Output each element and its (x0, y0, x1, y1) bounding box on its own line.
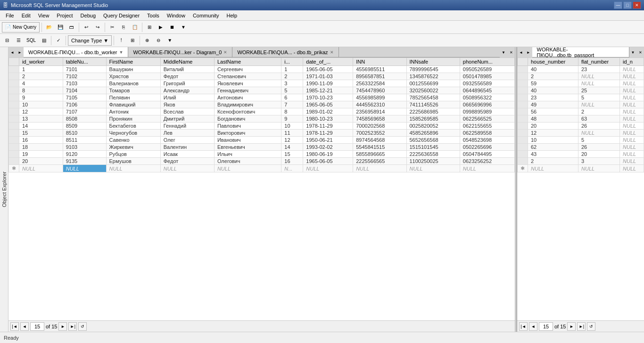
save-button[interactable]: 💾 (55, 22, 66, 33)
table-row[interactable]: 189103ЖиркевичВалентинЕвгеньевич141993-0… (9, 144, 515, 151)
table-row[interactable]: 59NULLNULL (518, 80, 644, 87)
tab-worker-close[interactable]: ▼ (119, 50, 124, 55)
menu-file[interactable]: File (2, 10, 18, 20)
table-row[interactable]: 87104ТомаровАлександрГеннадиевич51985-12… (9, 87, 515, 94)
grid-view-button[interactable]: ⊞ (127, 35, 138, 46)
col-lastname[interactable]: LastName (214, 58, 281, 66)
nav-first-button[interactable]: |◄ (10, 322, 19, 331)
table-row[interactable]: 105NULL (518, 137, 644, 144)
tab-diagram[interactable]: WORKABLE-ПК\QU...ker - Diagram_0 ✕ (128, 47, 232, 57)
new-query-button[interactable]: 📄 New Query (2, 22, 40, 33)
right-tab-passport[interactable]: WORKABLE-ПК\QU...dbo.tb_passport (532, 47, 629, 57)
table-row[interactable]: 23NULL (518, 158, 644, 165)
passport-data-grid[interactable]: house_number flat_number id_n 4023NULL2N… (517, 57, 644, 320)
col-middlename[interactable]: MiddleName (160, 58, 214, 66)
table-row[interactable]: 6226NULL (518, 144, 644, 151)
change-type-button[interactable]: Change Type ▼ (68, 35, 112, 46)
right-nav-refresh[interactable]: ↺ (587, 322, 595, 331)
nav-next-button[interactable]: ► (58, 322, 67, 331)
menu-tools[interactable]: Tools (143, 10, 163, 20)
table-row[interactable]: 107106ФлавицкийЯковВладимирович71965-06-… (9, 101, 515, 108)
table-row[interactable]: 562NULL (518, 108, 644, 115)
open-file-button[interactable]: 📂 (44, 22, 54, 33)
main-data-grid[interactable]: id_worker tableNu... FirstName MiddleNam… (8, 57, 515, 320)
sql-pane-button[interactable]: SQL (25, 35, 38, 46)
undo-button[interactable]: ↩ (81, 22, 91, 33)
col-phone[interactable]: phoneNum... (460, 58, 514, 66)
table-row[interactable]: 49NULLNULL (518, 101, 644, 108)
table-row[interactable]: 138508ПронякинДмитрийБогданович91980-10-… (9, 115, 515, 122)
table-row[interactable]: 17101ВашуркинВиталийСергеевич11965-06-05… (9, 66, 515, 73)
minimize-button[interactable]: — (614, 1, 622, 9)
add-rows-button[interactable]: ⊕ (142, 35, 152, 46)
menu-query-designer[interactable]: Query Designer (99, 10, 143, 20)
col-id-worker[interactable]: id_worker (19, 58, 63, 66)
right-col-idn[interactable]: id_n (620, 58, 644, 66)
right-nav-prev[interactable]: ◄ (529, 322, 537, 331)
right-tab-scroll-right[interactable]: ► (525, 47, 532, 57)
menu-help[interactable]: Help (223, 10, 241, 20)
add-table-button[interactable]: ⊞ (144, 22, 155, 33)
tab-worker[interactable]: WORKABLE-ПК\QU... - dbo.tb_worker ▼ (24, 47, 128, 57)
right-tab-filter[interactable]: ▼ (629, 47, 637, 57)
toolbar-extra-button[interactable]: ▼ (178, 22, 189, 33)
tab-scroll-left[interactable]: ◄ (8, 47, 16, 57)
table-row[interactable]: 158510ЧерногубовЛевВикторович111978-11-2… (9, 130, 515, 137)
col-i[interactable]: i... (281, 58, 303, 66)
nav-refresh-button[interactable]: ↺ (78, 322, 87, 331)
table-row[interactable]: 4023NULL (518, 66, 644, 73)
menu-view[interactable]: View (34, 10, 53, 20)
menu-debug[interactable]: Debug (77, 10, 99, 20)
maximize-button[interactable]: □ (623, 1, 632, 9)
save-all-button[interactable]: 🗃 (66, 22, 77, 33)
right-nav-page-input[interactable] (539, 322, 553, 331)
table-row[interactable]: 47103ВалериановГригорийЯковлевич31990-11… (9, 80, 515, 87)
right-col-flat[interactable]: flat_number (578, 58, 620, 66)
table-row[interactable]: 12NULLNULL (518, 130, 644, 137)
exclamation-button[interactable]: ! (116, 35, 126, 46)
verify-button[interactable]: ✓ (53, 35, 64, 46)
right-nav-next[interactable]: ► (567, 322, 576, 331)
tab-close-button[interactable]: ✕ (507, 47, 515, 57)
menu-community[interactable]: Community (189, 10, 223, 20)
table-row[interactable]: 127107АнтоникВсеславКсенофонтович81989-0… (9, 108, 515, 115)
right-table-null-row[interactable]: ✱NULLNULLNULL (518, 165, 644, 172)
right-tab-scroll-left[interactable]: ◄ (517, 47, 525, 57)
nav-page-input[interactable] (30, 322, 44, 331)
table-row[interactable]: 27102ХрястовФедотСтепанович21971-01-0389… (9, 73, 515, 80)
tab-prikaz-close[interactable]: ✕ (330, 50, 334, 55)
table-row[interactable]: 199120РубцовИсаакИльич151980-06-19585589… (9, 151, 515, 158)
right-nav-first[interactable]: |◄ (519, 322, 528, 331)
criteria-pane-button[interactable]: ☰ (13, 35, 24, 46)
table-row[interactable]: 2NULLNULL (518, 73, 644, 80)
table-null-row[interactable]: ✱NULLNULLNULLNULLNULLN...NULLNULLNULLNUL… (9, 165, 515, 172)
right-col-house[interactable]: house_number (528, 58, 578, 66)
col-innsafe[interactable]: INNsafe (406, 58, 460, 66)
tab-diagram-close[interactable]: ✕ (223, 50, 227, 55)
table-row[interactable]: 2026NULL (518, 122, 644, 130)
right-tab-close[interactable]: ✕ (636, 47, 644, 57)
right-nav-last[interactable]: ►| (577, 322, 586, 331)
toolbar2-extra[interactable]: ▼ (165, 35, 175, 46)
table-row[interactable]: 4863NULL (518, 115, 644, 122)
nav-prev-button[interactable]: ◄ (20, 322, 29, 331)
col-firstname[interactable]: FirstName (106, 58, 160, 66)
stop-query-button[interactable]: ⏹ (167, 22, 177, 33)
table-row[interactable]: 235NULL (518, 94, 644, 101)
redo-button[interactable]: ↪ (92, 22, 103, 33)
table-row[interactable]: 168511СавенкоОлегИванович121950-06-21897… (9, 137, 515, 144)
menu-project[interactable]: Project (53, 10, 76, 20)
copy-button[interactable]: ⎘ (118, 22, 129, 33)
tab-filter-button[interactable]: ▼ (500, 47, 507, 57)
paste-button[interactable]: 📋 (130, 22, 140, 33)
col-date[interactable]: date_of_... (303, 58, 353, 66)
cut-button[interactable]: ✂ (107, 22, 117, 33)
diagram-pane-button[interactable]: ⊟ (2, 35, 12, 46)
menu-edit[interactable]: Edit (18, 10, 34, 20)
table-row[interactable]: 148509БектабеговГеннадийПавлович101978-1… (9, 122, 515, 130)
run-query-button[interactable]: ▶ (156, 22, 166, 33)
results-pane-button[interactable]: ▤ (39, 35, 49, 46)
close-button[interactable]: ✕ (633, 1, 641, 9)
table-row[interactable]: 4025NULL (518, 87, 644, 94)
col-table-num[interactable]: tableNu... (63, 58, 106, 66)
